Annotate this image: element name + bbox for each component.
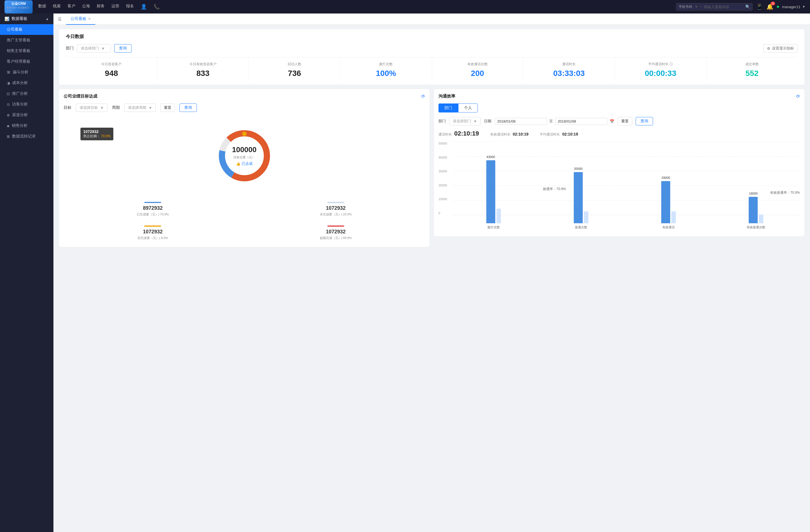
bar-label-18000: 18000 [749, 192, 758, 195]
metric-value: 200 [434, 69, 521, 78]
tab-close-btn[interactable]: ✕ [88, 17, 91, 21]
search-input[interactable] [704, 5, 743, 9]
nav-leads[interactable]: 线索 [53, 2, 61, 11]
sidebar-item-promotion[interactable]: ⊡ 推广分析 [0, 88, 53, 99]
comm-refresh-icon[interactable]: ⟳ [796, 94, 800, 99]
date-separator: 至 [549, 119, 553, 124]
goal-card-header: 公司业绩目标达成 ⟳ [64, 94, 425, 99]
sidebar-item-label: 销售分析 [12, 123, 28, 128]
dept-label: 部门 [66, 46, 74, 51]
goal-query-btn[interactable]: 查询 [179, 103, 197, 112]
sidebar-collapse-arrow[interactable]: ▲ [46, 17, 49, 21]
tooltip-percent-line: 所占比例： 70.9% [83, 134, 111, 139]
user-section: manager11 ▼ [777, 5, 806, 9]
flow-icon: ⊞ [7, 134, 10, 139]
stat-avg-duration: 平均通话时长 02:10:19 [540, 132, 578, 137]
promotion-icon: ⊡ [7, 92, 10, 96]
tab-company-board[interactable]: 公司看板 ✕ [66, 14, 95, 25]
comm-tab-personal[interactable]: 个人 [458, 103, 478, 113]
date-from-input[interactable] [495, 118, 547, 125]
sidebar-item-company-board[interactable]: 公司看板 [0, 24, 53, 35]
goal-refresh-icon[interactable]: ⟳ [421, 94, 425, 99]
sidebar-item-visitor[interactable]: ⊙ 访客分析 [0, 99, 53, 110]
comm-tab-dept[interactable]: 部门 [438, 103, 458, 113]
metric-desc-over: 超额完成（元）| 89.9% [247, 236, 425, 240]
sidebar-group-label: 数据看板 [12, 16, 27, 21]
donut-achieved: 👍 已达成 [232, 161, 257, 166]
sidebar-item-label: 销售主管看板 [7, 48, 30, 53]
nav-finance[interactable]: 财务 [97, 2, 104, 11]
bar-group-label-dial: 拨打次数 [487, 225, 500, 230]
nav-user-icon[interactable]: 👤 [141, 2, 147, 11]
calendar-icon[interactable]: 📅 [610, 119, 614, 123]
metrics-row: 今日首咨客户 948 今日有效首咨客户 833 回访人数 736 拨打次数 10… [66, 57, 798, 80]
comm-card-title: 沟通效率 [438, 94, 455, 99]
search-icon[interactable]: 🔍 [745, 4, 750, 9]
date-to-input[interactable] [555, 118, 608, 125]
bar-connected-small [584, 212, 588, 223]
comm-reset-btn[interactable]: 重置 [618, 117, 632, 126]
nav-sea[interactable]: 公海 [82, 2, 90, 11]
metric-deals: 成交单数 552 [707, 57, 798, 80]
y-label-0: 0 [438, 212, 451, 215]
nav-right-section: 手机号码 ▼ | 🔍 📱 🔔 5 manager11 ▼ [676, 3, 806, 11]
bar-group-label-effective: 有效通话 [662, 225, 675, 230]
bars-area: 43000 拨打次数 [453, 150, 797, 223]
metric-value: 03:33:03 [526, 69, 612, 78]
sidebar-item-funnel[interactable]: ⌘ 漏斗分析 [0, 67, 53, 78]
nav-signup[interactable]: 报名 [126, 2, 134, 11]
sales-icon: ◈ [7, 124, 10, 128]
goal-select[interactable]: 请选择目标 ▼ [76, 103, 108, 112]
nav-data[interactable]: 数据 [38, 2, 46, 11]
comm-dept-select[interactable]: 请选择部门 ▼ [449, 117, 481, 126]
settings-display-btn[interactable]: ⚙ 设置显示指标 [763, 44, 798, 53]
sidebar-item-sales[interactable]: ◈ 销售分析 [0, 120, 53, 131]
donut-center-label: 目标总量（元） [232, 155, 257, 160]
y-label-40000: 40000 [438, 156, 451, 159]
goal-placeholder: 请选择目标 [80, 105, 98, 110]
metric-card-completed: 8972932 已完成量（元）| 70.9% [64, 200, 242, 219]
sidebar-item-account-mgr[interactable]: 客户经理看板 [0, 56, 53, 67]
metric-call-duration: 通话时长 03:33:03 [523, 57, 615, 80]
notification-bell[interactable]: 🔔 5 [766, 3, 774, 10]
metric-desc-uncompleted: 未完成量（元）| 20.9% [247, 212, 425, 217]
y-axis: 50000 40000 30000 20000 10000 0 [438, 142, 451, 215]
nav-operations[interactable]: 运营 [111, 2, 119, 11]
metric-label: 通话时长 [526, 62, 612, 67]
sidebar-group-data-board[interactable]: 📊 数据看板 ▲ [0, 14, 53, 24]
tab-menu-icon[interactable]: ☰ [58, 17, 62, 21]
comm-query-btn[interactable]: 查询 [636, 117, 653, 126]
today-query-btn[interactable]: 查询 [114, 44, 132, 53]
metric-effective-consult: 今日有效首咨客户 833 [157, 57, 249, 80]
username-display[interactable]: manager11 [782, 5, 800, 9]
device-icon[interactable]: 📱 [756, 3, 763, 10]
annotation-connect-rate: 接通率：70.9% [543, 187, 566, 192]
dept-select[interactable]: 请选择部门 ▼ [77, 44, 111, 53]
sidebar-item-sales-mgr[interactable]: 销售主管看板 [0, 46, 53, 56]
goal-card-title: 公司业绩目标达成 [64, 94, 97, 99]
online-status-dot [777, 6, 779, 8]
metric-value-over: 1072932 [247, 229, 425, 235]
bar-group-connected: 35000 接通率：70.9% 接通次数 [540, 150, 622, 223]
comm-card-header: 沟通效率 ⟳ [438, 94, 800, 99]
bar-effective-main [661, 181, 670, 223]
sidebar-item-promotion-mgr[interactable]: 推广主管看板 [0, 35, 53, 46]
goal-card: 公司业绩目标达成 ⟳ 目标 请选择目标 ▼ 周期 请选择周期 [59, 89, 430, 247]
donut-tooltip: 1072932 所占比例： 70.9% [80, 128, 113, 140]
sidebar-item-cost[interactable]: ◑ 成本分析 [0, 78, 53, 88]
y-label-20000: 20000 [438, 184, 451, 187]
period-select[interactable]: 请选择周期 ▼ [124, 103, 156, 112]
sidebar-item-channel[interactable]: ⊛ 渠道分析 [0, 110, 53, 120]
nav-phone-icon[interactable]: 📞 [153, 2, 160, 11]
stat-label: 平均通话时长 [540, 132, 560, 137]
goal-reset-btn[interactable]: 重置 [160, 103, 175, 112]
sidebar-item-data-flow[interactable]: ⊞ 数据流转记录 [0, 131, 53, 142]
search-type-select[interactable]: 手机号码 [679, 4, 692, 9]
nav-customers[interactable]: 客户 [67, 2, 75, 11]
channel-icon: ⊛ [7, 113, 10, 117]
thumb-icon: 👍 [236, 162, 241, 166]
app-logo: 云朵CRM 教育机构一站式服务云平台 [4, 0, 33, 14]
bar-group-label-connected: 接通次数 [575, 225, 587, 230]
donut-center-value: 100000 [232, 145, 257, 154]
user-dropdown-arrow[interactable]: ▼ [802, 5, 806, 9]
